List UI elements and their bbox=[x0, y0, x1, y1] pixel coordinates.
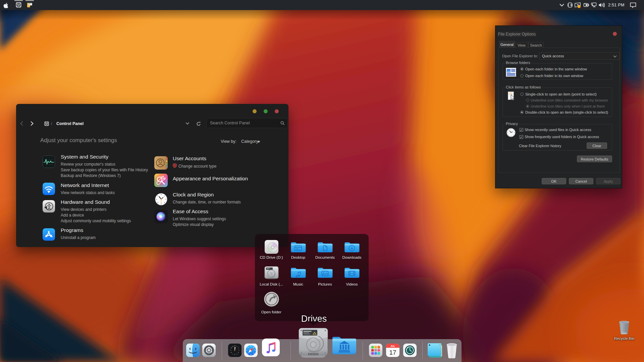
svg-text:5: 5 bbox=[236, 354, 237, 355]
svg-text:12: 12 bbox=[234, 345, 235, 347]
svg-text:10: 10 bbox=[230, 347, 232, 349]
svg-text:7: 7 bbox=[232, 354, 233, 355]
svg-text:11: 11 bbox=[232, 346, 233, 347]
svg-text:1: 1 bbox=[236, 346, 237, 347]
svg-text:8: 8 bbox=[231, 352, 231, 353]
svg-text:9: 9 bbox=[230, 350, 231, 351]
svg-text:4: 4 bbox=[238, 352, 239, 353]
svg-text:2: 2 bbox=[238, 347, 239, 349]
svg-text:6: 6 bbox=[234, 354, 235, 355]
svg-text:3: 3 bbox=[238, 350, 239, 351]
svg-text:JUL: JUL bbox=[390, 345, 395, 348]
svg-text:17: 17 bbox=[389, 349, 396, 356]
